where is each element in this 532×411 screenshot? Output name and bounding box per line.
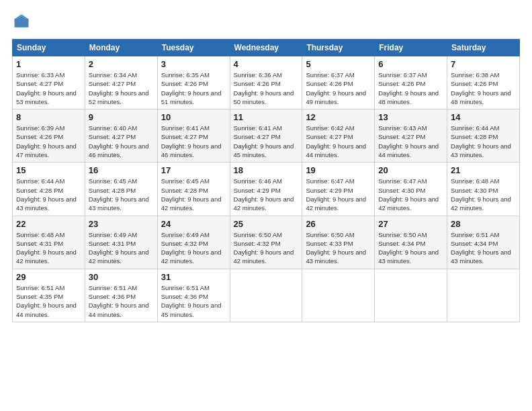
day-number: 11 <box>234 112 299 122</box>
day-number: 14 <box>451 112 516 122</box>
calendar-cell: 2Sunrise: 6:34 AMSunset: 4:27 PMDaylight… <box>85 56 157 109</box>
day-number: 31 <box>161 272 226 282</box>
day-info: Sunrise: 6:46 AMSunset: 4:29 PMDaylight:… <box>234 177 299 212</box>
day-number: 22 <box>16 219 81 229</box>
calendar-cell: 31Sunrise: 6:51 AMSunset: 4:36 PMDayligh… <box>157 269 230 322</box>
day-number: 13 <box>378 112 443 122</box>
day-info: Sunrise: 6:34 AMSunset: 4:27 PMDaylight:… <box>89 71 154 106</box>
calendar-cell: 12Sunrise: 6:42 AMSunset: 4:27 PMDayligh… <box>302 109 375 163</box>
day-info: Sunrise: 6:42 AMSunset: 4:27 PMDaylight:… <box>306 124 371 159</box>
calendar-cell: 30Sunrise: 6:51 AMSunset: 4:36 PMDayligh… <box>85 269 157 322</box>
day-number: 23 <box>89 219 154 229</box>
calendar-cell: 29Sunrise: 6:51 AMSunset: 4:35 PMDayligh… <box>13 269 85 322</box>
day-info: Sunrise: 6:45 AMSunset: 4:28 PMDaylight:… <box>89 177 154 212</box>
day-info: Sunrise: 6:44 AMSunset: 4:28 PMDaylight:… <box>16 177 81 212</box>
day-number: 8 <box>16 112 81 122</box>
day-number: 17 <box>161 165 226 175</box>
day-number: 2 <box>89 59 154 69</box>
calendar-cell: 8Sunrise: 6:39 AMSunset: 4:26 PMDaylight… <box>13 109 85 163</box>
weekday-header-thursday: Thursday <box>302 40 375 56</box>
day-number: 10 <box>161 112 226 122</box>
calendar-week-row: 8Sunrise: 6:39 AMSunset: 4:26 PMDaylight… <box>13 109 520 163</box>
calendar-cell: 11Sunrise: 6:41 AMSunset: 4:27 PMDayligh… <box>230 109 302 163</box>
day-info: Sunrise: 6:33 AMSunset: 4:27 PMDaylight:… <box>16 71 81 106</box>
calendar-cell: 19Sunrise: 6:47 AMSunset: 4:29 PMDayligh… <box>302 163 375 216</box>
day-number: 25 <box>234 219 299 229</box>
day-info: Sunrise: 6:35 AMSunset: 4:26 PMDaylight:… <box>161 71 226 106</box>
calendar-cell <box>302 269 375 322</box>
logo-icon <box>12 12 31 31</box>
day-info: Sunrise: 6:41 AMSunset: 4:27 PMDaylight:… <box>161 124 226 159</box>
calendar-cell: 25Sunrise: 6:50 AMSunset: 4:32 PMDayligh… <box>230 216 302 269</box>
day-number: 9 <box>89 112 154 122</box>
calendar-cell: 10Sunrise: 6:41 AMSunset: 4:27 PMDayligh… <box>157 109 230 163</box>
day-info: Sunrise: 6:39 AMSunset: 4:26 PMDaylight:… <box>16 124 81 159</box>
day-info: Sunrise: 6:49 AMSunset: 4:32 PMDaylight:… <box>161 230 226 266</box>
day-info: Sunrise: 6:47 AMSunset: 4:30 PMDaylight:… <box>378 177 443 212</box>
day-info: Sunrise: 6:44 AMSunset: 4:28 PMDaylight:… <box>451 124 516 159</box>
calendar-cell: 7Sunrise: 6:38 AMSunset: 4:26 PMDaylight… <box>447 56 520 109</box>
calendar-cell: 16Sunrise: 6:45 AMSunset: 4:28 PMDayligh… <box>85 163 157 216</box>
calendar-cell: 20Sunrise: 6:47 AMSunset: 4:30 PMDayligh… <box>375 163 447 216</box>
day-number: 18 <box>234 165 299 175</box>
weekday-header-tuesday: Tuesday <box>157 40 230 56</box>
day-number: 24 <box>161 219 226 229</box>
day-number: 30 <box>89 272 154 282</box>
calendar-cell: 4Sunrise: 6:36 AMSunset: 4:26 PMDaylight… <box>230 56 302 109</box>
weekday-header-friday: Friday <box>375 40 447 56</box>
calendar-cell: 9Sunrise: 6:40 AMSunset: 4:27 PMDaylight… <box>85 109 157 163</box>
day-info: Sunrise: 6:38 AMSunset: 4:26 PMDaylight:… <box>451 71 516 106</box>
day-info: Sunrise: 6:43 AMSunset: 4:27 PMDaylight:… <box>378 124 443 159</box>
day-number: 28 <box>451 219 516 229</box>
day-info: Sunrise: 6:47 AMSunset: 4:29 PMDaylight:… <box>306 177 371 212</box>
calendar-cell: 18Sunrise: 6:46 AMSunset: 4:29 PMDayligh… <box>230 163 302 216</box>
calendar-cell <box>230 269 302 322</box>
calendar-cell: 5Sunrise: 6:37 AMSunset: 4:26 PMDaylight… <box>302 56 375 109</box>
calendar-week-row: 29Sunrise: 6:51 AMSunset: 4:35 PMDayligh… <box>13 269 520 322</box>
day-info: Sunrise: 6:45 AMSunset: 4:28 PMDaylight:… <box>161 177 226 212</box>
day-number: 6 <box>378 59 443 69</box>
day-number: 1 <box>16 59 81 69</box>
day-number: 4 <box>234 59 299 69</box>
day-info: Sunrise: 6:41 AMSunset: 4:27 PMDaylight:… <box>234 124 299 159</box>
day-info: Sunrise: 6:51 AMSunset: 4:36 PMDaylight:… <box>89 283 154 319</box>
calendar-cell: 22Sunrise: 6:48 AMSunset: 4:31 PMDayligh… <box>13 216 85 269</box>
day-number: 3 <box>161 59 226 69</box>
calendar-week-row: 22Sunrise: 6:48 AMSunset: 4:31 PMDayligh… <box>13 216 520 269</box>
calendar-cell: 24Sunrise: 6:49 AMSunset: 4:32 PMDayligh… <box>157 216 230 269</box>
day-info: Sunrise: 6:50 AMSunset: 4:34 PMDaylight:… <box>378 230 443 266</box>
day-info: Sunrise: 6:51 AMSunset: 4:36 PMDaylight:… <box>161 283 226 319</box>
weekday-header-saturday: Saturday <box>447 40 520 56</box>
day-info: Sunrise: 6:51 AMSunset: 4:34 PMDaylight:… <box>451 230 516 266</box>
day-number: 20 <box>378 165 443 175</box>
day-info: Sunrise: 6:36 AMSunset: 4:26 PMDaylight:… <box>234 71 299 106</box>
calendar-cell: 1Sunrise: 6:33 AMSunset: 4:27 PMDaylight… <box>13 56 85 109</box>
calendar-cell: 17Sunrise: 6:45 AMSunset: 4:28 PMDayligh… <box>157 163 230 216</box>
weekday-header-sunday: Sunday <box>13 40 85 56</box>
day-info: Sunrise: 6:48 AMSunset: 4:31 PMDaylight:… <box>16 230 81 266</box>
calendar-cell: 26Sunrise: 6:50 AMSunset: 4:33 PMDayligh… <box>302 216 375 269</box>
calendar-cell: 15Sunrise: 6:44 AMSunset: 4:28 PMDayligh… <box>13 163 85 216</box>
calendar-cell: 13Sunrise: 6:43 AMSunset: 4:27 PMDayligh… <box>375 109 447 163</box>
header <box>12 12 520 31</box>
day-info: Sunrise: 6:37 AMSunset: 4:26 PMDaylight:… <box>306 71 371 106</box>
day-number: 5 <box>306 59 371 69</box>
calendar-cell: 28Sunrise: 6:51 AMSunset: 4:34 PMDayligh… <box>447 216 520 269</box>
day-info: Sunrise: 6:50 AMSunset: 4:32 PMDaylight:… <box>234 230 299 266</box>
day-number: 26 <box>306 219 371 229</box>
day-number: 15 <box>16 165 81 175</box>
calendar-cell: 14Sunrise: 6:44 AMSunset: 4:28 PMDayligh… <box>447 109 520 163</box>
calendar-table: SundayMondayTuesdayWednesdayThursdayFrid… <box>12 39 520 322</box>
day-info: Sunrise: 6:37 AMSunset: 4:26 PMDaylight:… <box>378 71 443 106</box>
logo <box>12 12 34 31</box>
day-info: Sunrise: 6:51 AMSunset: 4:35 PMDaylight:… <box>16 283 81 319</box>
calendar-week-row: 15Sunrise: 6:44 AMSunset: 4:28 PMDayligh… <box>13 163 520 216</box>
calendar-cell: 21Sunrise: 6:48 AMSunset: 4:30 PMDayligh… <box>447 163 520 216</box>
day-number: 27 <box>378 219 443 229</box>
day-number: 7 <box>451 59 516 69</box>
calendar-cell: 27Sunrise: 6:50 AMSunset: 4:34 PMDayligh… <box>375 216 447 269</box>
calendar-cell: 6Sunrise: 6:37 AMSunset: 4:26 PMDaylight… <box>375 56 447 109</box>
weekday-header-monday: Monday <box>85 40 157 56</box>
day-info: Sunrise: 6:40 AMSunset: 4:27 PMDaylight:… <box>89 124 154 159</box>
calendar-cell: 23Sunrise: 6:49 AMSunset: 4:31 PMDayligh… <box>85 216 157 269</box>
